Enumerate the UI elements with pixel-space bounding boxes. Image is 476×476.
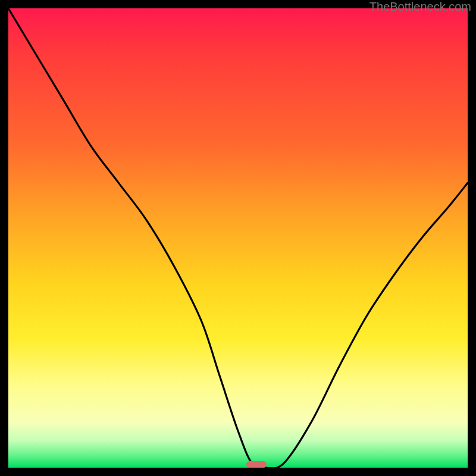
optimal-marker — [246, 461, 267, 468]
watermark-text: TheBottleneck.com — [369, 0, 471, 14]
plot-area — [8, 8, 468, 468]
bottleneck-curve — [8, 8, 468, 468]
chart-container: TheBottleneck.com — [0, 0, 476, 476]
